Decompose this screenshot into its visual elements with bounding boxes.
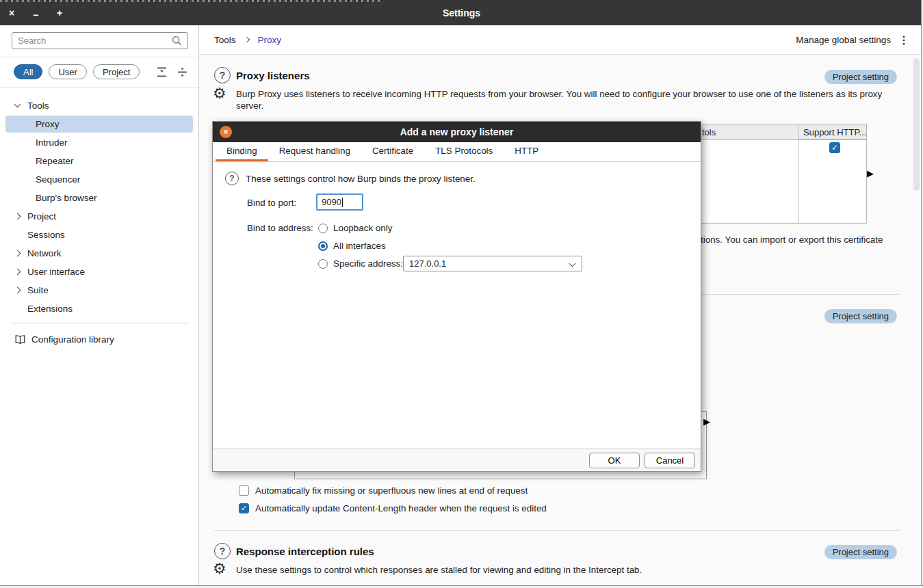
- sidebar-item-extensions[interactable]: Extensions: [0, 299, 198, 318]
- sidebar-item-label: Sessions: [27, 230, 65, 240]
- breadcrumb: Tools Proxy: [214, 35, 281, 45]
- project-setting-badge: Project setting: [824, 70, 897, 84]
- settings-sidebar: All User Project Tools Proxy Intruder: [0, 25, 199, 588]
- specific-address-radio[interactable]: [318, 259, 328, 269]
- chevron-right-icon: [244, 37, 249, 42]
- collapse-all-icon[interactable]: [177, 66, 188, 78]
- sidebar-item-proxy[interactable]: Proxy: [5, 116, 193, 133]
- proxy-listeners-description: Burp Proxy uses listeners to receive inc…: [236, 89, 889, 111]
- sidebar-item-label: Network: [27, 248, 62, 258]
- sidebar-item-label: Sequencer: [36, 174, 80, 185]
- sidebar-item-label: Tools: [27, 101, 49, 111]
- dialog-title: Add a new proxy listener: [213, 126, 701, 137]
- sidebar-item-tools[interactable]: Tools: [0, 96, 198, 115]
- tab-http[interactable]: HTTP: [504, 142, 549, 161]
- window-close-button[interactable]: ×: [7, 8, 16, 18]
- search-icon: [172, 36, 182, 46]
- chevron-right-icon: [14, 269, 21, 276]
- help-icon[interactable]: ?: [225, 172, 239, 185]
- search-box[interactable]: [12, 32, 188, 49]
- sidebar-item-repeater[interactable]: Repeater: [0, 152, 198, 170]
- tab-request-handling[interactable]: Request handling: [268, 142, 361, 161]
- dialog-body: ? These settings control how Burp binds …: [213, 162, 701, 449]
- gear-icon: ⚙: [213, 86, 226, 101]
- chevron-down-icon: [14, 101, 21, 108]
- support-http2-checkbox[interactable]: ✓: [829, 142, 840, 153]
- dialog-close-button[interactable]: ×: [220, 126, 232, 138]
- all-interfaces-label: All interfaces: [333, 241, 386, 251]
- breadcrumb-proxy[interactable]: Proxy: [258, 35, 282, 45]
- sidebar-item-network[interactable]: Network: [0, 244, 198, 263]
- bind-port-input[interactable]: 9090: [316, 193, 363, 211]
- specific-address-dropdown[interactable]: 127.0.0.1: [403, 256, 582, 271]
- dialog-tabs: Binding Request handling Certificate TLS…: [213, 142, 701, 162]
- sidebar-item-sessions[interactable]: Sessions: [0, 226, 198, 244]
- help-icon[interactable]: ?: [214, 67, 231, 83]
- sidebar-item-burps-browser[interactable]: Burp's browser: [0, 189, 198, 207]
- ok-button[interactable]: OK: [589, 453, 640, 468]
- chevron-right-icon: [14, 250, 21, 257]
- configuration-library-label: Configuration library: [31, 334, 114, 345]
- dialog-intro-row: ? These settings control how Burp binds …: [225, 172, 476, 185]
- filter-row: All User Project: [0, 57, 198, 88]
- book-icon: [14, 334, 26, 345]
- tab-certificate[interactable]: Certificate: [361, 142, 424, 161]
- dialog-intro-text: These settings control how Burp binds th…: [246, 174, 476, 184]
- sidebar-item-label: Project: [27, 211, 56, 222]
- window-minimize-button[interactable]: −: [31, 10, 40, 21]
- window-maximize-button[interactable]: +: [55, 8, 64, 18]
- sidebar-item-suite[interactable]: Suite: [0, 281, 198, 299]
- loopback-only-label: Loopback only: [333, 223, 392, 233]
- proxy-listeners-title: Proxy listeners: [236, 70, 310, 81]
- sidebar-item-user-interface[interactable]: User interface: [0, 263, 198, 281]
- update-content-length-checkbox[interactable]: ✓: [239, 503, 249, 513]
- configuration-library-item[interactable]: Configuration library: [0, 323, 198, 345]
- search-input[interactable]: [18, 36, 172, 46]
- tab-tls-protocols[interactable]: TLS Protocols: [424, 142, 504, 161]
- ca-certificate-text-fragment: tions. You can import or export this cer…: [701, 235, 883, 245]
- sidebar-item-project[interactable]: Project: [0, 207, 198, 226]
- sidebar-item-sequencer[interactable]: Sequencer: [0, 170, 198, 189]
- vertical-scrollbar-thumb[interactable]: [913, 58, 920, 191]
- manage-global-settings-link[interactable]: Manage global settings: [796, 35, 891, 45]
- bind-address-label: Bind to address:: [247, 223, 313, 233]
- all-interfaces-option: All interfaces: [318, 241, 386, 251]
- help-glyph: ?: [220, 70, 226, 81]
- sidebar-item-label: Burp's browser: [36, 193, 97, 203]
- chevron-down-icon: [569, 260, 576, 267]
- dialog-footer: OK Cancel: [213, 449, 701, 471]
- help-glyph: ?: [229, 174, 234, 183]
- chevron-right-icon: [14, 287, 21, 294]
- filter-project-button[interactable]: Project: [93, 64, 140, 79]
- loopback-only-radio[interactable]: [318, 224, 328, 233]
- filter-user-button[interactable]: User: [49, 64, 86, 79]
- section-divider: [214, 530, 900, 531]
- dialog-titlebar: × Add a new proxy listener: [213, 122, 701, 142]
- kebab-menu-icon[interactable]: ⋮: [898, 34, 909, 46]
- search-row: [0, 25, 198, 57]
- all-interfaces-radio[interactable]: [318, 241, 328, 251]
- fix-newlines-label: Automatically fix missing or superfluous…: [255, 485, 528, 496]
- help-icon[interactable]: ?: [214, 543, 231, 559]
- specific-address-label: Specific address:: [333, 258, 403, 269]
- breadcrumb-tools[interactable]: Tools: [214, 35, 236, 45]
- sidebar-item-intruder[interactable]: Intruder: [0, 133, 198, 152]
- fix-newlines-option: Automatically fix missing or superfluous…: [239, 485, 528, 496]
- specific-address-option: Specific address:: [318, 258, 403, 269]
- support-http2-column: Support HTTP...: [798, 124, 866, 224]
- loopback-only-option: Loopback only: [318, 223, 392, 233]
- expand-all-icon[interactable]: [156, 66, 168, 78]
- window-titlebar: × − + Settings: [0, 0, 923, 25]
- sidebar-item-label: Suite: [27, 285, 49, 295]
- table-header-fragment: tols: [702, 127, 716, 137]
- sidebar-item-label: Proxy: [36, 119, 60, 129]
- update-content-length-label: Automatically update Content-Length head…: [255, 503, 547, 513]
- fix-newlines-checkbox[interactable]: [239, 485, 249, 496]
- cancel-button[interactable]: Cancel: [645, 453, 695, 468]
- chevron-right-icon: [14, 213, 21, 220]
- project-setting-badge: Project setting: [824, 545, 897, 559]
- update-content-length-option: ✓ Automatically update Content-Length he…: [239, 503, 547, 513]
- window-bottom-edge: [0, 585, 923, 588]
- filter-all-button[interactable]: All: [14, 64, 42, 79]
- tab-binding[interactable]: Binding: [216, 142, 268, 161]
